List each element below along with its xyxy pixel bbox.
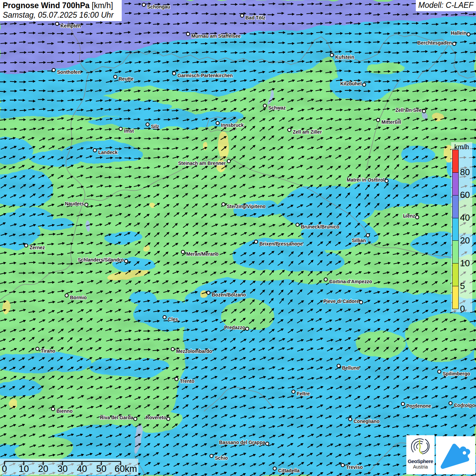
legend-band <box>453 286 458 309</box>
legend-band <box>453 218 458 241</box>
geosphere-logo-icon <box>409 435 432 458</box>
city-dot <box>467 33 470 36</box>
city-dot <box>227 159 231 163</box>
city-dot <box>124 259 128 263</box>
city-marker: Riva del Garda <box>100 415 137 421</box>
city-dot <box>422 109 426 113</box>
city-label: Bozen/Bolzano <box>212 292 246 298</box>
city-marker: Zell am Ziller <box>288 128 322 135</box>
city-dot <box>401 402 405 406</box>
city-label: Imst <box>124 128 134 134</box>
city-dot <box>348 418 352 421</box>
city-dot <box>453 42 456 46</box>
city-dot <box>175 377 178 381</box>
city-dot <box>216 121 219 125</box>
city-label: Meran/Merano <box>186 251 219 257</box>
city-label: Bormio <box>70 295 87 300</box>
city-label: Zell am Ziller <box>293 129 322 135</box>
city-marker: Mezzolombardo <box>171 347 212 354</box>
city-marker: Pieve di Cadore <box>323 299 363 304</box>
city-dot <box>181 250 185 254</box>
city-label: Nauders <box>65 201 84 206</box>
city-label: Bienno <box>56 408 72 414</box>
city-label: Bassano del Grappa <box>219 440 266 445</box>
city-dot <box>337 364 340 368</box>
mountain-logo-icon <box>436 436 475 474</box>
legend-band <box>453 150 458 173</box>
city-dot <box>55 22 59 26</box>
legend-tick-label: 10 <box>460 259 470 268</box>
city-label: Zell am See <box>395 107 422 113</box>
city-label: Sillian <box>352 238 366 243</box>
weather-map: SchongauBad TölzKemptenMurnau am Staffel… <box>0 0 476 476</box>
city-label: Schio <box>215 455 228 461</box>
city-marker: Predazzo <box>224 325 249 330</box>
city-dot <box>24 244 28 247</box>
city-label: Tirano <box>41 348 55 354</box>
city-label: Pordenone <box>406 403 431 409</box>
city-label: Rovereto <box>146 415 166 420</box>
distance-scale-bar: 0102030405060km <box>0 459 138 475</box>
model-label: Modell: C-LAEF <box>416 0 476 11</box>
city-dot <box>245 327 249 330</box>
city-dot <box>341 463 344 467</box>
city-label: Garmisch-Partenkirchen <box>177 73 233 78</box>
city-label: Bad Tölz <box>245 15 265 20</box>
city-marker: Spilimbergo <box>438 370 470 376</box>
city-dot <box>254 240 258 243</box>
city-dot <box>167 417 170 421</box>
city-label: Predazzo <box>224 325 245 330</box>
city-dot <box>362 83 366 86</box>
city-label: Cittadella <box>278 468 300 473</box>
city-marker: Garmisch-Partenkirchen <box>172 72 233 78</box>
city-dot <box>324 278 327 281</box>
city-dot <box>376 118 380 122</box>
city-label: Steinach am Brenner <box>178 160 226 166</box>
city-marker: Cortina d'Ampezzo <box>324 278 372 284</box>
city-dot <box>36 347 39 351</box>
city-dot <box>172 72 176 75</box>
city-dot <box>134 417 137 421</box>
city-dot <box>385 179 388 183</box>
scale-number: 0 <box>2 464 7 474</box>
scale-number: 50 <box>96 464 106 474</box>
city-dot <box>438 370 441 373</box>
city-label: Belluno <box>342 365 359 371</box>
city-marker: Bozen/Bolzano <box>207 291 246 298</box>
map-title: Prognose Wind 700hPa [km/h] <box>3 1 122 10</box>
city-dot <box>240 14 244 17</box>
city-dot <box>263 104 267 107</box>
city-marker: Steinach am Brenner <box>178 159 231 166</box>
city-marker: Sterzing/Vipiteno <box>222 203 266 209</box>
city-dot <box>288 128 291 132</box>
title-box: Prognose Wind 700hPa [km/h] Samstag, 05.… <box>0 0 122 21</box>
scale-number: 60km <box>115 464 137 474</box>
legend-tick-label: 5 <box>460 282 465 290</box>
city-label: Murnau am Staffelsee <box>191 33 241 39</box>
city-label: Landeck <box>98 150 118 155</box>
wind-map-canvas: SchongauBad TölzKemptenMurnau am Staffel… <box>0 0 476 476</box>
legend-band <box>453 241 458 264</box>
city-dot <box>146 123 149 126</box>
geosphere-name: GeoSphere <box>406 458 435 464</box>
scale-number: 20 <box>38 464 48 474</box>
city-label: Conegliano <box>354 419 379 424</box>
city-dot <box>163 316 166 319</box>
scale-number: 10 <box>19 464 29 474</box>
city-label: Hallein <box>451 30 466 36</box>
city-label: Cles <box>168 317 178 322</box>
wind-speed-legend: km/h 806040201050 <box>451 142 472 312</box>
city-label: Codroipo <box>454 403 475 408</box>
city-marker: Bassano del Grappa <box>219 440 269 445</box>
city-label: Trento <box>180 378 194 384</box>
city-dot <box>114 75 117 79</box>
city-dot <box>51 407 55 411</box>
city-marker: Brixen/Bressanone <box>254 240 303 247</box>
city-label: Berchtesgaden <box>418 40 452 46</box>
legend-tick-label: 80 <box>460 168 470 176</box>
map-datetime: Samstag, 05.07.2025 16:00 Uhr <box>3 10 122 20</box>
city-marker: Meran/Merano <box>181 250 219 257</box>
city-label: Zernez <box>30 245 45 250</box>
city-label: Kufstein <box>335 54 354 60</box>
city-label: Sterzing/Vipiteno <box>227 204 266 209</box>
